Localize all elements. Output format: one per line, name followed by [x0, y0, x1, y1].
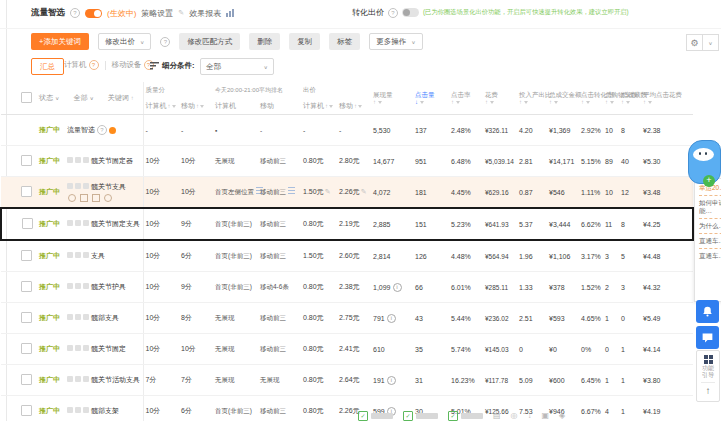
favorites-value: 1	[621, 408, 625, 415]
help-icon[interactable]: ?	[160, 37, 170, 47]
assistant-plus-badge[interactable]: +	[703, 175, 715, 187]
legend-item[interactable]: ✓	[358, 411, 393, 421]
delete-button[interactable]: 删除	[249, 33, 280, 50]
conversion-bid-toggle[interactable]	[402, 8, 419, 17]
bid-mobile-subheader[interactable]: 移动↑	[337, 98, 371, 115]
view-icon[interactable]	[68, 194, 76, 202]
notification-button[interactable]	[696, 300, 719, 323]
funnel-icon[interactable]	[586, 101, 590, 104]
select-all-checkbox[interactable]	[21, 92, 32, 103]
report-icon[interactable]	[80, 194, 88, 202]
conversion-bid-note: (已为你圈选场景化出价功能，开启后可快速提升转化效果，建议立即开启)	[423, 8, 629, 17]
tab-pc[interactable]: 计算机?	[64, 60, 99, 70]
faq-item[interactable]: 为什么…过日…	[699, 219, 721, 234]
help-icon[interactable]: ?	[388, 8, 398, 18]
status-filter-dropdown[interactable]: 状态∨	[39, 93, 59, 103]
back-to-top-icon[interactable]: ↑	[706, 386, 711, 396]
report-link[interactable]: 效果报表	[189, 8, 221, 19]
keyword-hover-actions[interactable]	[67, 194, 143, 202]
clicks-header[interactable]: 点击量↓	[413, 82, 449, 115]
funnel-icon[interactable]	[554, 101, 558, 104]
row-checkbox[interactable]	[21, 155, 32, 166]
table-row[interactable]: 推广中 支具? 10分 6分 首页(非前三) 移动前三 1.50元✎ 2.60元…	[1, 240, 693, 272]
table-row[interactable]: 推广中 髋部支架? 10分 6分 首页(非前三) 移动前三 0.80元✎ 2.2…	[1, 396, 693, 421]
legend-item[interactable]: ✓	[448, 411, 483, 421]
revenue-header[interactable]: 总成交金额↑	[547, 82, 579, 115]
bid-pc-subheader[interactable]: 计算机↑	[301, 98, 337, 115]
funnel-icon[interactable]	[456, 101, 460, 104]
add-keyword-button[interactable]: +添加关键词	[31, 33, 89, 50]
tab-summary[interactable]: 汇总	[31, 58, 64, 75]
impressions-header[interactable]: 展现量↑	[371, 82, 413, 115]
funnel-icon[interactable]	[610, 101, 614, 104]
copy-button[interactable]: 复制	[289, 33, 320, 50]
funnel-icon[interactable]	[648, 101, 652, 104]
pause-icon[interactable]	[104, 194, 112, 202]
table-row[interactable]: 推广中 髋关节固定? 10分 10分 无展现 移动前三 0.80元✎ 2.41元…	[1, 334, 693, 365]
table-row[interactable]: 推广中 髋关节固定器? 10分 10分 无展现 移动前三 0.80元✎ 2.80…	[1, 146, 693, 177]
grid-icon[interactable]: ▤	[493, 411, 501, 421]
smart-traffic-toggle[interactable]	[85, 9, 102, 18]
rank-assistant-icon[interactable]	[288, 187, 295, 195]
table-row[interactable]: 推广中 髋关节活动支具? 7分 7分 无展现 无展现 0.80元✎ 2.64元✎…	[1, 365, 693, 396]
more-actions-dropdown[interactable]: 更多操作∨	[369, 33, 422, 50]
row-checkbox[interactable]	[21, 343, 32, 354]
table-row[interactable]: 推广中 髋关节固定支具? 10分 9分 首页(非前三) 移动前三 0.80元✎ …	[1, 208, 693, 240]
row-checkbox[interactable]	[21, 186, 32, 197]
download-icon[interactable]: ↓	[528, 411, 532, 421]
help-icon[interactable]: ?	[70, 8, 80, 18]
target-icon[interactable]: ◎	[511, 411, 518, 421]
info-icon[interactable]: i	[387, 314, 396, 323]
quality-pc-subheader[interactable]: 计算机↑	[143, 98, 179, 115]
funnel-icon[interactable]	[378, 101, 382, 104]
roi-header[interactable]: 投入产出比↑	[517, 82, 547, 115]
funnel-icon[interactable]	[626, 101, 630, 104]
row-checkbox[interactable]	[21, 405, 32, 416]
row-checkbox[interactable]	[22, 218, 33, 229]
edit-bid-icon[interactable]: ✎	[325, 188, 331, 195]
quality-mobile-subheader[interactable]: 移动↑	[179, 98, 213, 115]
table-row[interactable]: 推广中 髋部支具? 10分 8分 无展现 移动前三 0.80元✎ 2.75元✎ …	[1, 303, 693, 334]
row-checkbox[interactable]	[21, 281, 32, 292]
favorites-header[interactable]: 总收藏数↑	[619, 82, 641, 115]
info-icon[interactable]: i	[387, 376, 396, 385]
funnel-icon[interactable]	[524, 101, 528, 104]
info-icon[interactable]: i	[393, 283, 402, 292]
cvr-value: 6.45%	[581, 377, 601, 384]
modify-bid-dropdown[interactable]: 修改出价∨	[98, 33, 151, 50]
faq-item[interactable]: 如何申请…图片功能…	[699, 196, 721, 219]
table-row[interactable]: 推广中 髋关节支具? 10分 10分 首页左侧位置 移动前三 1.50元✎ 2.…	[1, 177, 693, 209]
keyword-sort-header[interactable]: 关键词↑	[108, 93, 134, 103]
row-checkbox[interactable]	[21, 250, 32, 261]
funnel-icon[interactable]	[490, 101, 494, 104]
faq-item[interactable]: 直通车…广计划…	[699, 249, 721, 263]
diamond-icon[interactable]: ◈	[559, 411, 565, 421]
quality-score-mobile: 6分	[181, 407, 192, 414]
column-settings-button[interactable]: ⚙	[686, 34, 703, 51]
message-button[interactable]	[696, 326, 719, 349]
tag-button[interactable]: 标签	[329, 33, 360, 50]
feature-grid-icon[interactable]	[704, 355, 713, 364]
row-checkbox[interactable]	[21, 374, 32, 385]
legend-item[interactable]: ✓	[403, 411, 438, 421]
ctr-header[interactable]: 点击率↑	[449, 82, 483, 115]
scope-filter-dropdown[interactable]: 全部∨	[73, 93, 93, 103]
table-row[interactable]: 推广中 髋关节护具? 10分 9分 首页(非前三) 移动4-6条 0.80元✎ …	[1, 272, 693, 303]
chart-icon[interactable]	[92, 194, 100, 202]
cvr-header[interactable]: 点击转化率↑	[579, 82, 603, 115]
row-checkbox[interactable]	[21, 312, 32, 323]
carts-header[interactable]: 总购物车数↑	[603, 82, 619, 115]
faq-item[interactable]: 直通车…厂…	[699, 234, 721, 249]
feature-guide-label[interactable]: 功能 引导	[702, 365, 714, 379]
filter-select[interactable]: 全部∨	[200, 58, 274, 75]
collapse-button[interactable]: ∨	[703, 34, 719, 51]
cpc-header[interactable]: 平均点击花费↑	[641, 82, 693, 115]
tab-mobile[interactable]: 移动设备?	[112, 60, 154, 70]
funnel-icon[interactable]	[420, 101, 424, 104]
table-icon[interactable]: ▣	[542, 411, 550, 421]
strategy-settings-link[interactable]: 策略设置	[141, 8, 173, 19]
modify-match-button[interactable]: 修改匹配方式	[179, 33, 240, 50]
table-row[interactable]: 推广中 流量智选? - - ▪ - -✎ -✎ 5,530i 137 2.48%…	[1, 115, 693, 146]
edit-bid-icon[interactable]: ✎	[361, 188, 367, 195]
cost-header[interactable]: 花费↑	[483, 82, 517, 115]
